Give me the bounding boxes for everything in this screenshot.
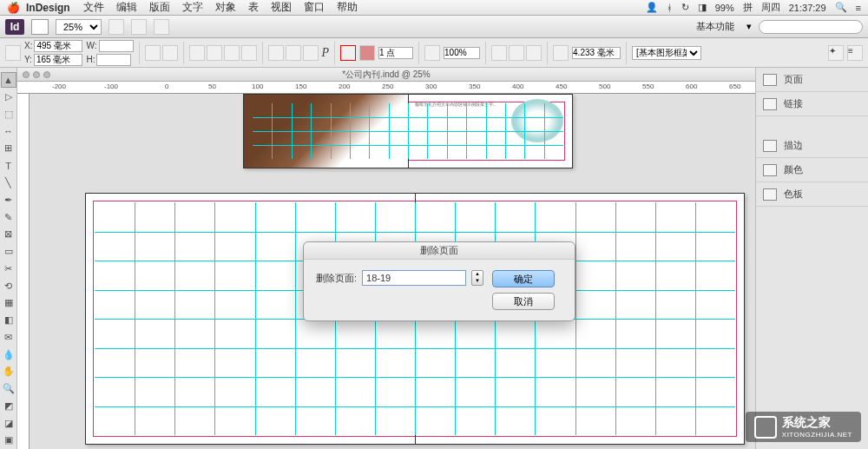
apple-icon[interactable]: 🍎 (7, 2, 19, 14)
y-input[interactable] (34, 54, 82, 66)
ok-button[interactable]: 确定 (492, 270, 555, 287)
panel-pages[interactable]: 页面 (756, 68, 868, 92)
panel-color[interactable]: 颜色 (756, 158, 868, 182)
ime-indicator[interactable]: 拼 (743, 1, 753, 14)
effects-icon[interactable] (424, 45, 440, 61)
arrange-icon[interactable] (154, 19, 169, 35)
fill-swatch[interactable] (340, 45, 356, 61)
flip-h-icon[interactable] (224, 45, 240, 61)
bridge-icon[interactable] (31, 19, 49, 35)
panel-dock: 页面 链接 描边 颜色 色板 (755, 68, 868, 449)
h-input[interactable] (96, 54, 131, 66)
zoom-level-select[interactable]: 25% (56, 19, 102, 35)
flip-v-icon[interactable] (241, 45, 257, 61)
select-container-icon[interactable] (268, 45, 284, 61)
w-label: W: (86, 41, 96, 50)
workspace-dropdown-icon[interactable]: ▾ (746, 21, 752, 32)
delete-pages-input[interactable] (362, 270, 466, 286)
panel-menu-icon[interactable]: ≡ (847, 45, 863, 61)
menu-extras-icon[interactable]: ≡ (856, 3, 861, 13)
stroke-icon (763, 140, 777, 152)
menu-view[interactable]: 视图 (271, 0, 292, 15)
text-wrap-around-icon[interactable] (509, 45, 524, 61)
panel-label: 链接 (784, 97, 803, 110)
panel-links[interactable]: 链接 (756, 92, 868, 116)
app-name[interactable]: InDesign (26, 2, 70, 14)
menu-layout[interactable]: 版面 (149, 0, 170, 15)
search-input[interactable] (759, 20, 863, 34)
quick-apply-icon[interactable]: ✦ (828, 45, 844, 61)
gradient-feather-tool[interactable]: ◧ (1, 313, 16, 328)
menu-object[interactable]: 对象 (215, 0, 236, 15)
panel-swatches[interactable]: 色板 (756, 182, 868, 207)
vertical-ruler[interactable] (17, 94, 30, 449)
free-transform-tool[interactable]: ⟲ (1, 278, 16, 294)
view-options-icon[interactable] (108, 19, 124, 35)
screen-mode-icon[interactable] (131, 19, 147, 35)
scale-y-icon[interactable] (162, 45, 178, 61)
document-titlebar: *公司内刊.indd @ 25% (17, 68, 755, 82)
cancel-button[interactable]: 取消 (492, 293, 555, 310)
paragraph-style-icon[interactable]: P (322, 46, 330, 60)
x-input[interactable] (34, 40, 82, 52)
default-fill-stroke[interactable]: ◪ (1, 415, 16, 431)
sync-icon[interactable]: ↻ (681, 2, 689, 13)
screen-mode-tool[interactable]: ▣ (1, 432, 16, 448)
clock[interactable]: 21:37:29 (789, 3, 826, 13)
rotate-icon[interactable] (189, 45, 205, 61)
page-tool[interactable]: ⬚ (1, 107, 16, 122)
minimize-window-icon[interactable] (33, 71, 40, 78)
selection-tool[interactable]: ▲ (1, 72, 16, 88)
pen-tool[interactable]: ✒ (1, 192, 16, 208)
menu-help[interactable]: 帮助 (337, 0, 358, 15)
horizontal-ruler[interactable]: -200 -100 0 50 100 150 200 250 300 350 4… (17, 82, 755, 94)
page-spread-top[interactable]: 咖啡文化介绍文本内容区域示例段落文字... (243, 94, 573, 168)
page-range-stepper[interactable]: ▲▼ (471, 270, 483, 286)
workspace-switcher[interactable]: 基本功能 (691, 18, 740, 35)
menu-window[interactable]: 窗口 (304, 0, 325, 15)
hand-tool[interactable]: ✋ (1, 364, 16, 380)
panel-label: 描边 (784, 139, 803, 152)
menu-edit[interactable]: 编辑 (116, 0, 137, 15)
scissors-tool[interactable]: ✂ (1, 261, 16, 276)
reference-point-icon[interactable] (5, 45, 21, 61)
scale-x-icon[interactable] (145, 45, 161, 61)
bluetooth-icon[interactable]: ᚼ (667, 3, 673, 13)
opacity-input[interactable] (444, 47, 480, 59)
menu-file[interactable]: 文件 (83, 0, 104, 15)
menu-text[interactable]: 文字 (182, 0, 203, 15)
text-wrap-jump-icon[interactable] (526, 45, 542, 61)
zoom-window-icon[interactable] (43, 71, 50, 78)
line-tool[interactable]: ╲ (1, 175, 16, 191)
menu-table[interactable]: 表 (248, 0, 259, 15)
direct-selection-tool[interactable]: ▷ (1, 89, 16, 105)
corner-options-icon[interactable] (553, 45, 569, 61)
stroke-swatch[interactable] (359, 45, 375, 61)
w-input[interactable] (99, 40, 134, 52)
shear-icon[interactable] (207, 45, 222, 61)
zoom-tool[interactable]: 🔍 (1, 381, 16, 397)
panel-stroke[interactable]: 描边 (756, 134, 868, 158)
eyedropper-tool[interactable]: 💧 (1, 347, 16, 362)
corner-radius-input[interactable] (572, 47, 621, 59)
stroke-weight-input[interactable] (378, 47, 413, 59)
battery-icon[interactable]: ◨ (698, 2, 707, 13)
pathfinder-icon[interactable] (303, 45, 319, 61)
rectangle-frame-tool[interactable]: ⊠ (1, 227, 16, 242)
pencil-tool[interactable]: ✎ (1, 209, 16, 225)
content-collector-tool[interactable]: ⊞ (1, 141, 16, 156)
gap-tool[interactable]: ↔ (1, 123, 16, 139)
user-icon[interactable]: 👤 (646, 2, 658, 13)
mac-menubar: 🍎 InDesign 文件 编辑 版面 文字 对象 表 视图 窗口 帮助 👤 ᚼ… (0, 0, 868, 16)
indesign-logo[interactable]: Id (5, 19, 24, 35)
type-tool[interactable]: T (1, 158, 16, 174)
text-wrap-none-icon[interactable] (491, 45, 507, 61)
note-tool[interactable]: ✉ (1, 329, 16, 345)
rectangle-tool[interactable]: ▭ (1, 244, 16, 260)
fill-stroke-toggle[interactable]: ◩ (1, 399, 16, 414)
select-content-icon[interactable] (286, 45, 301, 61)
gradient-tool[interactable]: ▦ (1, 295, 16, 311)
spotlight-icon[interactable]: 🔍 (835, 2, 847, 13)
close-window-icon[interactable] (23, 71, 30, 78)
object-style-select[interactable]: [基本图形框架] (632, 46, 701, 60)
